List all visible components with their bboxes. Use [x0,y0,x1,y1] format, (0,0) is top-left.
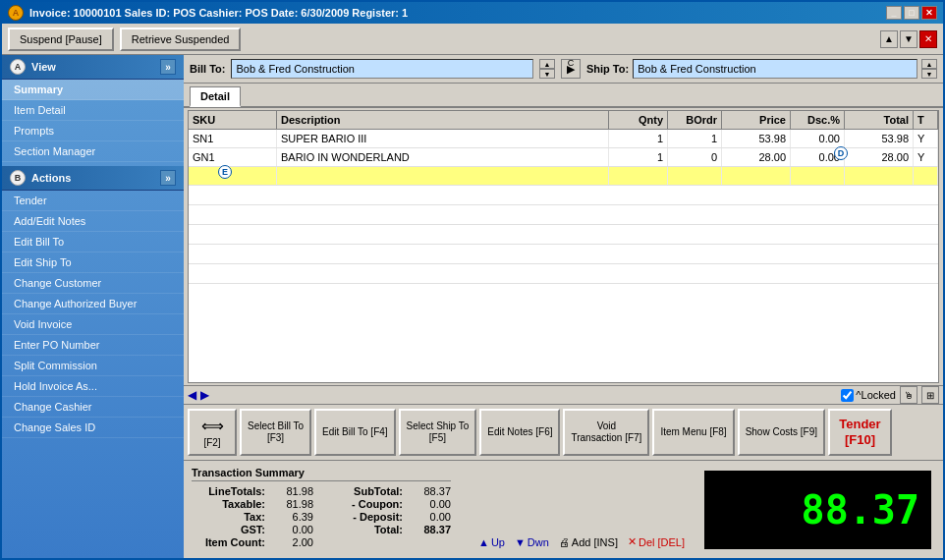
taxable-label: Taxable: [192,498,265,510]
summary-row-linetotals: LineTotals: 81.98 SubTotal: 88.37 [192,485,451,497]
nav-icon-button-1[interactable]: 🖱 [900,386,917,404]
title-bar-controls: _ □ ✕ [886,6,937,20]
select-bill-to-button[interactable]: Select Bill To[F3] [240,409,311,456]
gst-value: 0.00 [269,524,313,535]
cell-input-dsc[interactable] [791,167,845,185]
sidebar-item-split-commission[interactable]: Split Commission [2,356,184,376]
bill-to-up-button[interactable]: ▲ [539,59,555,69]
cell-input-t[interactable] [914,167,938,185]
sidebar-item-prompts[interactable]: Prompts [2,121,184,141]
f2-button[interactable]: ⟺ [F2] [188,409,237,456]
locked-checkbox-section: ^Locked [841,389,896,402]
sidebar-item-tender[interactable]: Tender [2,191,184,211]
sidebar-item-edit-bill-to[interactable]: Edit Bill To [2,232,184,252]
add-button[interactable]: 🖨 Add [INS] [559,536,618,548]
transfer-button[interactable]: ▶ C [561,59,581,79]
col-price: Price [722,111,791,129]
bill-to-label: Bill To: [190,63,225,75]
toolbar: Suspend [Pause] Retrieve Suspended ▲ ▼ ✕ [2,24,943,55]
cell-t-1: Y [914,148,938,166]
sidebar-item-summary[interactable]: Summary [2,80,184,100]
col-t: T [914,111,938,129]
sidebar-item-add-edit-notes[interactable]: Add/Edit Notes [2,211,184,232]
view-section-label: View [31,61,56,73]
nav-left-button[interactable]: ◀ [188,388,196,402]
actions-section-header[interactable]: B Actions » [2,166,184,191]
cell-input-desc[interactable] [277,167,609,185]
sidebar-item-edit-ship-to[interactable]: Edit Ship To [2,252,184,273]
toolbar-close-button[interactable]: ✕ [919,30,937,48]
ship-to-controls: ▲ ▼ [921,59,937,79]
tab-bar: Detail [184,84,943,108]
sidebar-item-change-customer[interactable]: Change Customer [2,273,184,294]
cell-t-0: Y [914,130,938,147]
grid-input-row[interactable]: E [189,167,938,186]
locked-checkbox[interactable] [841,389,854,402]
nav-icon-button-2[interactable]: ⊞ [921,386,939,404]
table-row[interactable]: GN1 BARIO IN WONDERLAND 1 0 28.00 0.00 D… [189,148,938,167]
cell-input-sku[interactable]: E [189,167,277,185]
sidebar-item-change-sales-id[interactable]: Change Sales ID [2,418,184,438]
select-ship-to-button[interactable]: Select Ship To[F5] [399,409,477,456]
bill-to-field[interactable]: Bob & Fred Construction [231,59,533,79]
sku-input[interactable] [193,170,272,182]
cell-bordr-0: 1 [668,130,722,147]
cell-bordr-1: 0 [668,148,722,166]
suspend-button[interactable]: Suspend [Pause] [8,28,114,51]
bill-to-down-button[interactable]: ▼ [539,69,555,79]
title-bar-left: A Invoice: 10000101 Sales ID: POS Cashie… [8,5,408,21]
item-menu-button[interactable]: Item Menu [F8] [652,409,734,456]
description-input[interactable] [281,170,604,182]
summary-row-taxable: Taxable: 81.98 - Coupon: 0.00 [192,498,451,510]
linetotals-value: 81.98 [269,485,313,497]
tender-button[interactable]: Tender[F10] [828,409,892,456]
ship-to-down-button[interactable]: ▼ [921,69,937,79]
ship-to-up-button[interactable]: ▲ [921,59,937,69]
totals-number: 88.37 [802,487,919,532]
ship-to-field[interactable]: Bob & Fred Construction [633,59,917,79]
f2-icon: ⟺ [201,417,224,435]
f10-label: Tender[F10] [839,417,880,447]
cell-price-0: 53.98 [722,130,791,147]
summary-bar: Transaction Summary LineTotals: 81.98 Su… [184,460,943,558]
linetotals-label: LineTotals: [192,485,265,497]
retrieve-suspended-button[interactable]: Retrieve Suspended [120,28,242,51]
sidebar-item-change-authorized-buyer[interactable]: Change Authorized Buyer [2,294,184,314]
edit-bill-to-button[interactable]: Edit Bill To [F4] [314,409,396,456]
sidebar-item-enter-po-number[interactable]: Enter PO Number [2,335,184,356]
up-button[interactable]: ▲ Up [478,536,505,548]
scroll-up-button[interactable]: ▲ [880,30,898,48]
view-section-header[interactable]: A View » [2,55,184,80]
cell-price-1: 28.00 [722,148,791,166]
void-transaction-button[interactable]: VoidTransaction [F7] [563,409,649,456]
sidebar-item-hold-invoice[interactable]: Hold Invoice As... [2,376,184,397]
show-costs-button[interactable]: Show Costs [F9] [738,409,825,456]
scroll-down-button[interactable]: ▼ [900,30,917,48]
deposit-label: - Deposit: [329,511,403,523]
f2-label: [F2] [203,437,220,449]
delete-button[interactable]: ✕ Del [DEL] [628,535,685,548]
cell-sku-1: GN1 [189,148,277,166]
edit-notes-button[interactable]: Edit Notes [F6] [479,409,560,456]
cell-input-price[interactable] [722,167,791,185]
sidebar-item-void-invoice[interactable]: Void Invoice [2,314,184,335]
coupon-value: 0.00 [407,498,451,510]
tab-detail[interactable]: Detail [190,86,241,107]
nav-right-button[interactable]: ▶ [200,388,209,402]
cell-input-total[interactable] [845,167,914,185]
toolbar-right: ▲ ▼ ✕ [880,30,937,48]
actions-collapse-button[interactable]: » [160,170,176,186]
grid-area[interactable]: SKU Description Qnty BOrdr Price Dsc.% T… [188,110,939,383]
table-row[interactable]: SN1 SUPER BARIO III 1 1 53.98 0.00 53.98… [189,130,938,148]
maximize-button[interactable]: □ [904,6,919,20]
sidebar-item-section-manager[interactable]: Section Manager [2,141,184,162]
down-button[interactable]: ▼ Dwn [515,536,549,548]
sidebar-item-item-detail[interactable]: Item Detail [2,100,184,121]
cell-input-qnty[interactable] [609,167,668,185]
cell-input-bordr[interactable] [668,167,722,185]
taxable-value: 81.98 [269,498,313,510]
close-button[interactable]: ✕ [921,6,937,20]
minimize-button[interactable]: _ [886,6,902,20]
view-collapse-button[interactable]: » [160,59,176,75]
sidebar-item-change-cashier[interactable]: Change Cashier [2,397,184,418]
